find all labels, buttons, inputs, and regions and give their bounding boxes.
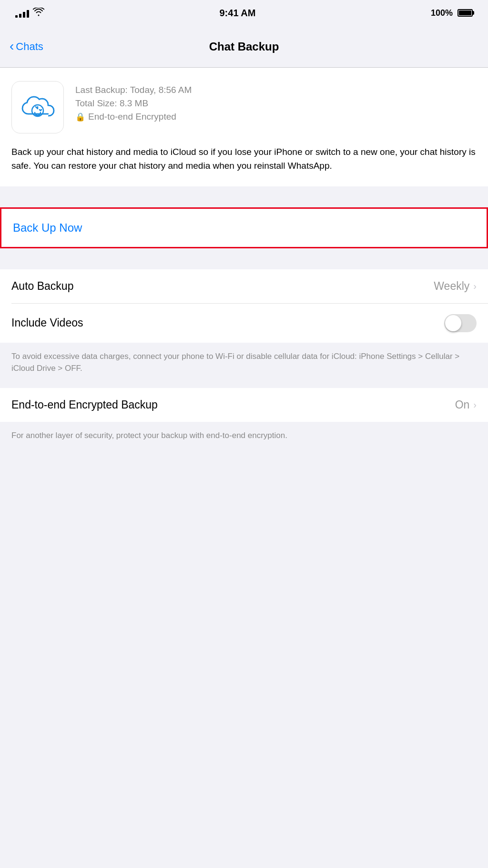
signal-bars-icon xyxy=(15,8,29,18)
include-videos-row[interactable]: Include Videos xyxy=(0,304,488,343)
status-bar: 9:41 AM 100% xyxy=(0,0,488,26)
backup-now-section: Back Up Now xyxy=(0,207,488,248)
page-title: Chat Backup xyxy=(209,40,279,53)
signal-bar-3 xyxy=(23,12,25,18)
e2e-note: For another layer of security, protect y… xyxy=(0,422,488,461)
navigation-bar: ‹ Chats Chat Backup xyxy=(0,26,488,68)
e2e-backup-value-wrapper: On › xyxy=(455,398,477,411)
total-size-text: Total Size: 8.3 MB xyxy=(75,98,192,109)
back-button[interactable]: ‹ Chats xyxy=(10,41,43,53)
cloud-sync-icon xyxy=(20,94,55,121)
auto-backup-chevron-icon: › xyxy=(473,281,477,292)
e2e-backup-row[interactable]: End-to-end Encrypted Backup On › xyxy=(0,388,488,422)
battery-percent: 100% xyxy=(431,8,453,18)
signal-bar-2 xyxy=(19,14,21,18)
include-videos-label: Include Videos xyxy=(11,317,83,329)
video-note: To avoid excessive data charges, connect… xyxy=(0,343,488,388)
back-label: Chats xyxy=(16,41,43,53)
status-left xyxy=(15,8,44,19)
e2e-section: End-to-end Encrypted Backup On › xyxy=(0,388,488,422)
backup-now-button[interactable]: Back Up Now xyxy=(13,221,82,235)
e2e-backup-chevron-icon: › xyxy=(473,399,477,410)
status-time: 9:41 AM xyxy=(220,8,256,19)
backup-meta: Last Backup: Today, 8:56 AM Total Size: … xyxy=(75,81,192,122)
lock-icon: 🔒 xyxy=(75,112,85,122)
backup-info-section: Last Backup: Today, 8:56 AM Total Size: … xyxy=(0,68,488,186)
back-chevron-icon: ‹ xyxy=(10,40,14,53)
encrypted-text: End-to-end Encrypted xyxy=(88,112,176,122)
e2e-backup-label: End-to-end Encrypted Backup xyxy=(11,398,158,411)
e2e-backup-value: On xyxy=(455,398,470,411)
settings-section: Auto Backup Weekly › Include Videos xyxy=(0,269,488,343)
last-backup-text: Last Backup: Today, 8:56 AM xyxy=(75,85,192,95)
section-separator-1 xyxy=(0,186,488,207)
cloud-icon-wrapper xyxy=(11,81,64,133)
toggle-knob xyxy=(445,315,461,331)
backup-info-row: Last Backup: Today, 8:56 AM Total Size: … xyxy=(11,81,477,133)
wifi-icon xyxy=(33,8,44,19)
signal-bar-4 xyxy=(27,10,29,18)
status-right: 100% xyxy=(431,8,473,18)
auto-backup-row[interactable]: Auto Backup Weekly › xyxy=(0,269,488,303)
auto-backup-value: Weekly xyxy=(434,280,469,293)
battery-icon xyxy=(458,9,473,17)
auto-backup-label: Auto Backup xyxy=(11,280,73,293)
include-videos-toggle[interactable] xyxy=(444,314,477,332)
auto-backup-value-wrapper: Weekly › xyxy=(434,280,477,293)
backup-now-row[interactable]: Back Up Now xyxy=(1,209,487,247)
backup-description: Back up your chat history and media to i… xyxy=(11,145,477,173)
signal-bar-1 xyxy=(15,15,18,18)
encrypted-label: 🔒 End-to-end Encrypted xyxy=(75,112,192,122)
